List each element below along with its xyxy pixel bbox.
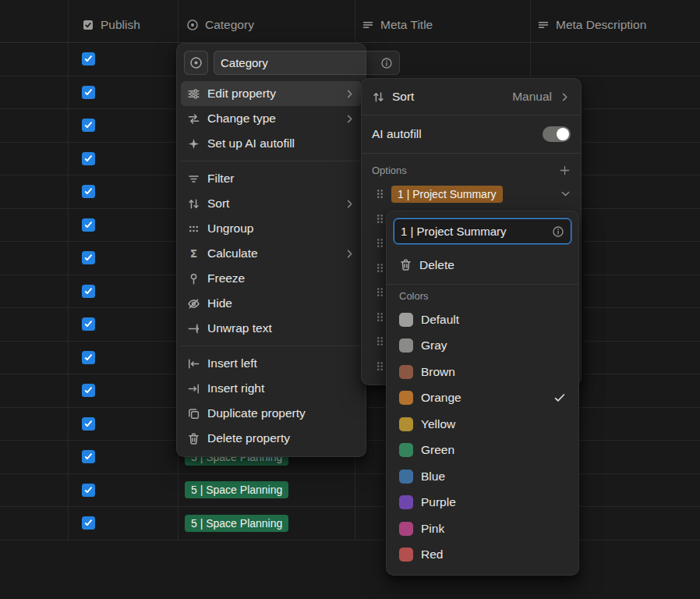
menu-item-insert-right[interactable]: Insert right (181, 376, 362, 401)
menu-item-insert-left[interactable]: Insert left (181, 351, 362, 376)
property-context-menu: Edit propertyChange typeSet up AI autofi… (176, 43, 366, 457)
property-menu-items: Edit propertyChange typeSet up AI autofi… (177, 79, 366, 456)
category-cell[interactable]: 5 | Space Planning (178, 474, 355, 507)
delete-option-button[interactable]: Delete (394, 253, 571, 277)
color-label: Green (421, 443, 454, 457)
property-type-button[interactable] (184, 51, 208, 75)
menu-item-label: Unwrap text (207, 321, 272, 335)
sliders-icon (187, 87, 200, 101)
meta-cell[interactable] (355, 43, 700, 76)
color-option-default[interactable]: Default (394, 307, 571, 333)
color-option-purple[interactable]: Purple (394, 490, 571, 516)
property-name-input[interactable] (221, 56, 376, 69)
publish-checkbox[interactable] (82, 218, 95, 232)
column-header-publish[interactable]: Publish (82, 0, 140, 43)
category-cell[interactable]: 5 | Space Planning (178, 507, 355, 540)
publish-cell (68, 209, 178, 242)
menu-item-duplicate-property[interactable]: Duplicate property (181, 401, 362, 426)
option-row-project-summary[interactable]: 1 | Project Summary (362, 182, 581, 207)
menu-item-calculate[interactable]: ΣCalculate (181, 241, 362, 266)
publish-checkbox[interactable] (82, 516, 95, 530)
color-option-gray[interactable]: Gray (394, 333, 571, 360)
publish-checkbox[interactable] (82, 86, 95, 99)
publish-cell (68, 175, 178, 208)
publish-cell (68, 242, 178, 275)
info-icon[interactable] (380, 57, 393, 69)
publish-checkbox[interactable] (82, 317, 95, 331)
menu-item-change-type[interactable]: Change type (181, 106, 362, 131)
publish-checkbox[interactable] (82, 251, 95, 264)
option-name-input[interactable] (401, 225, 547, 238)
property-name-field[interactable] (214, 51, 400, 75)
svg-text:Σ: Σ (190, 247, 197, 260)
color-option-brown[interactable]: Brown (394, 359, 571, 385)
row-gutter (0, 374, 68, 407)
column-header-category[interactable]: Category (186, 0, 254, 43)
add-option-button[interactable] (559, 165, 571, 176)
color-swatch (399, 365, 413, 379)
color-option-green[interactable]: Green (394, 438, 571, 464)
publish-checkbox[interactable] (82, 52, 95, 66)
category-tag[interactable]: 5 | Space Planning (185, 481, 288, 498)
sort-icon (187, 197, 200, 211)
drag-handle-icon[interactable] (374, 311, 386, 323)
sort-value: Manual (512, 90, 552, 104)
drag-handle-icon[interactable] (374, 335, 386, 347)
color-option-orange[interactable]: Orange (394, 385, 571, 412)
option-name-field[interactable] (394, 218, 571, 244)
publish-checkbox[interactable] (82, 119, 95, 132)
publish-checkbox[interactable] (82, 484, 95, 497)
sort-menu-item[interactable]: Sort Manual (362, 83, 581, 110)
color-swatch (399, 522, 413, 536)
menu-item-ungroup[interactable]: Ungroup (181, 216, 362, 241)
text-icon (362, 19, 374, 31)
column-header-meta-title[interactable]: Meta Title (362, 0, 433, 43)
color-swatch (399, 548, 413, 562)
row-gutter (0, 175, 68, 208)
menu-item-freeze[interactable]: Freeze (181, 266, 362, 291)
color-option-pink[interactable]: Pink (394, 516, 571, 542)
menu-item-set-up-ai-autofill[interactable]: Set up AI autofill (181, 131, 362, 156)
menu-item-filter[interactable]: Filter (181, 166, 362, 191)
drag-handle-icon[interactable] (374, 286, 386, 298)
menu-item-hide[interactable]: Hide (181, 291, 362, 316)
publish-checkbox[interactable] (82, 417, 95, 431)
menu-divider (362, 153, 581, 154)
publish-checkbox[interactable] (82, 384, 95, 397)
select-icon (189, 56, 203, 69)
category-tag[interactable]: 5 | Space Planning (185, 515, 288, 532)
menu-item-sort[interactable]: Sort (181, 191, 362, 216)
info-icon[interactable] (552, 225, 564, 238)
drag-handle-icon[interactable] (374, 262, 386, 274)
publish-checkbox[interactable] (82, 185, 95, 198)
color-option-blue[interactable]: Blue (394, 463, 571, 490)
publish-checkbox[interactable] (82, 450, 95, 463)
color-option-yellow[interactable]: Yellow (394, 411, 571, 438)
chevron-right-icon (344, 113, 355, 125)
menu-item-unwrap-text[interactable]: Unwrap text (181, 316, 362, 341)
color-swatch (399, 338, 413, 353)
chevron-right-icon (559, 91, 571, 103)
publish-checkbox[interactable] (82, 351, 95, 364)
row-gutter (0, 143, 68, 175)
color-swatch (399, 391, 413, 405)
publish-cell (68, 43, 178, 76)
ai-autofill-toggle[interactable] (543, 126, 571, 142)
publish-cell (68, 408, 178, 441)
duplicate-icon (187, 407, 200, 420)
drag-handle-icon[interactable] (374, 237, 386, 249)
menu-divider (181, 161, 362, 161)
drag-handle-icon[interactable] (374, 213, 386, 225)
publish-checkbox[interactable] (82, 152, 95, 165)
menu-item-label: Calculate (207, 246, 258, 261)
drag-handle-icon[interactable] (374, 188, 386, 200)
menu-item-edit-property[interactable]: Edit property (181, 81, 362, 106)
color-option-red[interactable]: Red (394, 542, 571, 569)
color-label: Default (421, 313, 459, 327)
menu-item-delete-property[interactable]: Delete property (181, 426, 362, 451)
column-header-meta-description[interactable]: Meta Description (537, 0, 646, 43)
option-tag[interactable]: 1 | Project Summary (391, 186, 503, 203)
drag-handle-icon[interactable] (374, 360, 386, 372)
menu-item-label: Delete property (207, 431, 290, 445)
publish-checkbox[interactable] (82, 285, 95, 298)
